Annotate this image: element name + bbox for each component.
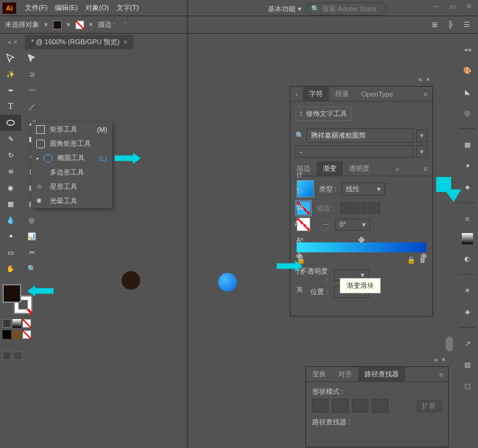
- gradient-midpoint[interactable]: [358, 236, 365, 243]
- rotation-icon[interactable]: ⟲: [293, 253, 307, 264]
- club-icon[interactable]: ♣: [461, 180, 474, 194]
- gradient-panel-icon[interactable]: [462, 233, 473, 244]
- artboard-tool[interactable]: ▭: [0, 244, 21, 260]
- intersect-btn[interactable]: [352, 399, 368, 412]
- exclude-btn[interactable]: [372, 399, 388, 412]
- fill-swatch[interactable]: [53, 21, 62, 29]
- menu-object[interactable]: 对象(O): [82, 1, 113, 15]
- appearance-icon[interactable]: ☀: [461, 284, 474, 297]
- close-tab-icon[interactable]: ×: [123, 38, 127, 45]
- panel-expand-icon[interactable]: »: [391, 165, 403, 173]
- default-black[interactable]: [2, 330, 11, 339]
- swatch-none[interactable]: [22, 330, 31, 339]
- leading-icon[interactable]: tT: [293, 172, 307, 183]
- menu-edit[interactable]: 编辑(E): [51, 1, 82, 15]
- stroke-grad-mode-3[interactable]: [368, 203, 380, 214]
- stroke-swatch[interactable]: [75, 21, 84, 29]
- doc-tab-arrows[interactable]: « ×: [0, 38, 25, 45]
- dark-circle-object[interactable]: [122, 271, 140, 290]
- expand-button[interactable]: 扩展: [416, 399, 442, 412]
- tab-paragraph[interactable]: 段落: [329, 87, 355, 101]
- scrollbar-thumb[interactable]: [446, 336, 453, 351]
- tab-gradient[interactable]: 渐变: [317, 161, 343, 176]
- brushes-icon[interactable]: ▦: [461, 138, 474, 151]
- blend-tool[interactable]: ◎: [21, 212, 42, 228]
- rotate-tool[interactable]: ↻: [0, 147, 21, 163]
- baseline-icon[interactable]: Aª: [293, 237, 307, 248]
- rrect-tool-item[interactable]: 圆角矩形工具: [31, 136, 112, 151]
- color-guide-icon[interactable]: ◣: [461, 85, 474, 98]
- line-tool[interactable]: ／: [21, 98, 42, 115]
- weight-dropdown[interactable]: ▾: [416, 145, 428, 158]
- eyedropper-tool[interactable]: 💧: [0, 212, 21, 228]
- transparency-icon[interactable]: ◐: [461, 252, 474, 265]
- magic-wand-tool[interactable]: ✨: [0, 66, 21, 82]
- fill-color[interactable]: [2, 284, 21, 303]
- stroke-panel-icon[interactable]: ≡: [461, 212, 474, 226]
- touch-type-tool[interactable]: ⟟修饰文字工具: [295, 107, 351, 121]
- graphic-styles-icon[interactable]: ◈: [461, 305, 474, 318]
- symbols-icon[interactable]: ✦: [461, 159, 474, 173]
- document-tab[interactable]: * @ 1600% (RGB/GPU 预览)×: [25, 35, 133, 49]
- window-close[interactable]: ✕: [463, 2, 474, 11]
- kerning-icon[interactable]: VA: [293, 204, 307, 216]
- stroke-grad-mode-2[interactable]: [354, 203, 366, 214]
- flare-tool-item[interactable]: ✺光晕工具: [31, 194, 112, 208]
- menu-file[interactable]: 文件(F): [21, 1, 51, 15]
- swatch-brown[interactable]: [12, 330, 21, 339]
- star-tool-item[interactable]: ☆星形工具: [31, 179, 112, 194]
- mesh-tool[interactable]: ▩: [0, 196, 21, 212]
- stroke-weight-dd[interactable]: ˇ: [120, 21, 127, 29]
- rect-tool-item[interactable]: 矩形工具(M): [31, 122, 112, 136]
- stroke-grad-mode-1[interactable]: [340, 203, 353, 214]
- artboards-icon[interactable]: ▢: [461, 379, 474, 393]
- panel-menu-icon[interactable]: ≡: [419, 90, 433, 98]
- palette-icon[interactable]: 🎨: [461, 64, 474, 77]
- font-dropdown[interactable]: ▾: [416, 130, 428, 142]
- swatches-icon[interactable]: ◎: [461, 106, 474, 120]
- unite-btn[interactable]: [312, 399, 328, 412]
- polygon-tool-item[interactable]: 多边形工具: [31, 165, 112, 179]
- search-font-icon[interactable]: 🔍: [295, 131, 304, 140]
- pen-tool[interactable]: ✒: [0, 82, 21, 98]
- graph-tool[interactable]: 📊: [21, 228, 42, 244]
- angle-input[interactable]: 0°▾: [335, 219, 370, 231]
- type-tool[interactable]: T: [0, 98, 21, 115]
- hand-tool[interactable]: ✋: [0, 260, 21, 277]
- list-icon[interactable]: ☰: [462, 20, 472, 29]
- screen-mode-2[interactable]: [14, 351, 22, 360]
- panel-close-icon[interactable]: ×: [426, 75, 430, 83]
- menu-type[interactable]: 文字(T): [113, 1, 143, 15]
- workspace-switcher[interactable]: 基本功能▾: [268, 4, 302, 14]
- font-family-input[interactable]: 腾祥嘉丽准粗圆简: [307, 128, 414, 143]
- slice-tool[interactable]: ✂: [21, 244, 42, 260]
- screen-mode[interactable]: [2, 351, 11, 360]
- tab-character[interactable]: 字符: [303, 87, 329, 101]
- tab-transform[interactable]: 变换: [306, 367, 332, 381]
- pathfinder-menu-icon[interactable]: ≡: [434, 371, 448, 378]
- tracking-icon[interactable]: A↔: [293, 221, 307, 232]
- shape-builder[interactable]: ◉: [0, 179, 21, 196]
- gradient-panel-menu[interactable]: ≡: [419, 165, 433, 173]
- gradient-type-dd[interactable]: 线性▾: [342, 183, 385, 196]
- export-icon[interactable]: ↗: [461, 336, 474, 350]
- ellipse-tool-item[interactable]: •椭圆工具(L): [31, 151, 112, 165]
- direct-select-tool[interactable]: [21, 50, 42, 66]
- align-icon[interactable]: ╠: [446, 20, 456, 29]
- panel-back[interactable]: ‹: [290, 90, 303, 98]
- window-max[interactable]: ▭: [447, 2, 458, 11]
- tab-align[interactable]: 对齐: [332, 367, 358, 381]
- selection-tool[interactable]: [0, 50, 21, 66]
- grid-icon[interactable]: ⊞: [429, 20, 439, 29]
- rail-collapse[interactable]: ◂◂: [461, 42, 474, 56]
- size-icon[interactable]: T↕: [293, 188, 307, 199]
- path-collapse-icon[interactable]: «: [434, 356, 437, 363]
- color-mode-solid[interactable]: [2, 319, 11, 328]
- blue-gradient-circle[interactable]: [218, 273, 237, 292]
- minus-front-btn[interactable]: [332, 399, 348, 412]
- lock-right-icon[interactable]: 🔒: [407, 256, 416, 264]
- tab-pathfinder[interactable]: 路径查找器: [358, 367, 405, 381]
- shape-tool[interactable]: [0, 115, 21, 131]
- color-mode-gradient[interactable]: [12, 319, 21, 328]
- shaper-tool[interactable]: ✎: [0, 131, 21, 147]
